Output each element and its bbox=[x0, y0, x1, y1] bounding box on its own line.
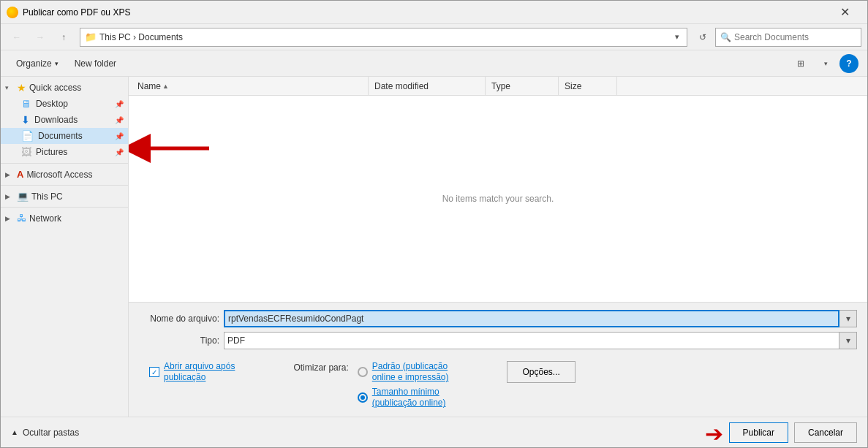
forward-button[interactable]: → bbox=[30, 27, 50, 48]
desktop-folder-icon: 🖥 bbox=[21, 98, 31, 110]
radio-standard-circle bbox=[358, 367, 368, 377]
pictures-pin-icon: 📌 bbox=[115, 148, 124, 156]
filename-input[interactable] bbox=[224, 310, 839, 327]
radio-standard-line1[interactable]: Padrão (publicação bbox=[372, 361, 449, 373]
back-button[interactable]: ← bbox=[7, 27, 27, 48]
sidebar-item-documents[interactable]: 📄 Documents 📌 bbox=[1, 128, 128, 144]
thispc-expand-icon: ▶ bbox=[5, 193, 14, 200]
optimize-section: Otimizar para: Padrão (publicação online… bbox=[293, 361, 448, 409]
downloads-folder-icon: ⬇ bbox=[21, 114, 30, 126]
radio-minimum-line1[interactable]: Tamanho mínimo bbox=[372, 387, 446, 398]
this-pc-section: ▶ 💻 This PC bbox=[1, 189, 128, 204]
folder-icon: 📁 bbox=[85, 31, 97, 42]
downloads-label: Downloads bbox=[34, 115, 78, 125]
help-icon: ? bbox=[846, 58, 851, 69]
organize-label: Organize bbox=[16, 58, 52, 69]
help-button[interactable]: ? bbox=[839, 54, 858, 73]
address-dropdown-arrow[interactable]: ▾ bbox=[672, 31, 682, 43]
type-column-header[interactable]: Type bbox=[486, 77, 559, 95]
quick-access-section: ▾ ★ Quick access 🖥 Desktop 📌 ⬇ Downloads… bbox=[1, 80, 128, 160]
size-column-header[interactable]: Size bbox=[559, 77, 617, 95]
checkbox-section: Abrir arquivo após publicação bbox=[149, 361, 235, 384]
organize-button[interactable]: Organize ▾ bbox=[10, 54, 65, 73]
filename-dropdown-button[interactable]: ▾ bbox=[839, 310, 857, 327]
options-button[interactable]: Opções... bbox=[507, 361, 575, 383]
quick-access-label: Quick access bbox=[29, 83, 81, 93]
sidebar-item-pictures[interactable]: 🖼 Pictures 📌 bbox=[1, 144, 128, 160]
address-text: This PC › Documents bbox=[99, 32, 672, 42]
view-button[interactable]: ⊞ bbox=[790, 54, 812, 73]
checkbox-label: Abrir arquivo após publicação bbox=[164, 361, 235, 384]
type-label: Tipo: bbox=[139, 335, 219, 346]
radio-minimum[interactable]: Tamanho mínimo (publicação online) bbox=[358, 387, 449, 409]
quick-access-expand-icon: ▾ bbox=[5, 84, 14, 91]
radio-group: Padrão (publicação online e impressão) T… bbox=[358, 361, 449, 409]
name-column-label: Name bbox=[137, 81, 161, 91]
type-select[interactable]: PDF bbox=[224, 332, 839, 349]
hide-folders-label: Ocultar pastas bbox=[23, 428, 79, 438]
this-pc-header[interactable]: ▶ 💻 This PC bbox=[1, 189, 128, 204]
type-dropdown-button[interactable]: ▾ bbox=[839, 332, 857, 349]
radio-minimum-circle bbox=[358, 392, 368, 403]
options-area: Abrir arquivo após publicação Otimizar p… bbox=[139, 361, 857, 409]
checkbox-label-line2[interactable]: publicação bbox=[164, 372, 235, 384]
title-bar-text: Publicar como PDF ou XPS bbox=[23, 7, 828, 18]
sidebar: ▾ ★ Quick access 🖥 Desktop 📌 ⬇ Downloads… bbox=[1, 77, 129, 417]
desktop-label: Desktop bbox=[36, 99, 68, 109]
up-icon: ↑ bbox=[61, 32, 66, 42]
access-app-icon: A bbox=[17, 169, 23, 180]
microsoft-access-label: Microsoft Access bbox=[26, 170, 92, 180]
view-dropdown-button[interactable]: ▾ bbox=[815, 54, 837, 73]
pictures-folder-icon: 🖼 bbox=[21, 146, 31, 158]
radio-minimum-label: Tamanho mínimo (publicação online) bbox=[372, 387, 446, 409]
forward-icon: → bbox=[36, 32, 45, 42]
quick-access-star-icon: ★ bbox=[17, 82, 26, 94]
up-button[interactable]: ↑ bbox=[53, 27, 74, 48]
close-button[interactable]: ✕ bbox=[828, 1, 861, 24]
documents-folder-icon: 📄 bbox=[21, 130, 34, 142]
cancel-label: Cancelar bbox=[808, 428, 843, 438]
microsoft-access-header[interactable]: ▶ A Microsoft Access bbox=[1, 167, 128, 182]
date-column-header[interactable]: Date modified bbox=[369, 77, 486, 95]
network-header[interactable]: ▶ 🖧 Network bbox=[1, 210, 128, 226]
radio-standard[interactable]: Padrão (publicação online e impressão) bbox=[358, 361, 449, 384]
footer-right: ➔ Publicar Cancelar bbox=[705, 419, 857, 445]
checkbox-label-line1[interactable]: Abrir arquivo após bbox=[164, 361, 235, 373]
type-row: Tipo: PDF ▾ bbox=[139, 332, 857, 349]
network-icon: 🖧 bbox=[17, 213, 26, 224]
search-icon: 🔍 bbox=[720, 32, 731, 42]
sidebar-divider-1 bbox=[1, 163, 128, 164]
thispc-icon: 💻 bbox=[17, 191, 29, 202]
type-dropdown-icon: ▾ bbox=[846, 335, 850, 346]
footer: ▲ Ocultar pastas ➔ Publicar Cancelar bbox=[1, 417, 867, 447]
hide-folders-button[interactable]: ▲ Ocultar pastas bbox=[11, 428, 79, 438]
refresh-button[interactable]: ↺ bbox=[693, 28, 712, 47]
quick-access-header[interactable]: ▾ ★ Quick access bbox=[1, 80, 128, 96]
search-input[interactable] bbox=[734, 32, 856, 42]
radio-standard-line2[interactable]: online e impressão) bbox=[372, 372, 449, 384]
new-folder-label: New folder bbox=[75, 58, 116, 69]
bottom-section: Nome do arquivo: ▾ Tipo: PDF ▾ bbox=[129, 302, 867, 417]
organize-dropdown-icon: ▾ bbox=[55, 60, 59, 67]
publish-button[interactable]: Publicar bbox=[729, 422, 788, 443]
name-column-header[interactable]: Name ▲ bbox=[135, 77, 369, 95]
filename-label: Nome do arquivo: bbox=[139, 314, 219, 324]
column-header: Name ▲ Date modified Type Size bbox=[129, 77, 867, 96]
dialog-window: Publicar como PDF ou XPS ✕ ← → ↑ 📁 This … bbox=[0, 0, 868, 448]
radio-minimum-line2[interactable]: (publicação online) bbox=[372, 398, 446, 409]
access-expand-icon: ▶ bbox=[5, 171, 14, 178]
view-dropdown-icon: ▾ bbox=[824, 60, 828, 67]
downloads-pin-icon: 📌 bbox=[115, 116, 124, 124]
toolbar: Organize ▾ New folder ⊞ ▾ ? bbox=[1, 50, 867, 77]
open-after-publish-checkbox[interactable] bbox=[149, 367, 159, 377]
cancel-button[interactable]: Cancelar bbox=[794, 422, 857, 443]
sidebar-item-downloads[interactable]: ⬇ Downloads 📌 bbox=[1, 112, 128, 128]
address-bar[interactable]: 📁 This PC › Documents ▾ bbox=[80, 28, 687, 47]
new-folder-button[interactable]: New folder bbox=[68, 54, 123, 73]
sidebar-item-desktop[interactable]: 🖥 Desktop 📌 bbox=[1, 96, 128, 112]
search-bar[interactable]: 🔍 bbox=[715, 28, 861, 47]
name-sort-icon: ▲ bbox=[162, 83, 169, 90]
network-expand-icon: ▶ bbox=[5, 215, 14, 222]
refresh-icon: ↺ bbox=[699, 32, 706, 42]
type-column-label: Type bbox=[491, 81, 510, 91]
